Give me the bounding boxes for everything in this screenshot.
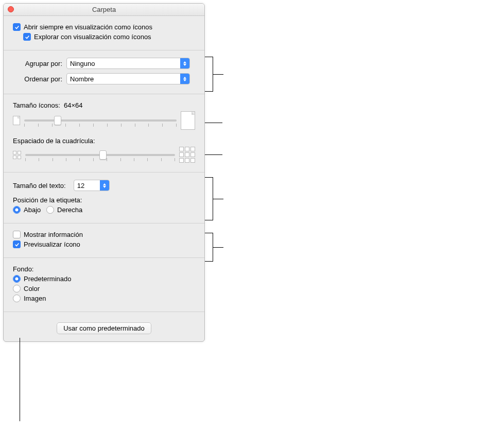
browse-label: Explorar con visualización como íconos (34, 33, 151, 41)
view-options-window: Carpeta Abrir siempre en visualización c… (3, 3, 205, 342)
callout-line (213, 199, 223, 199)
callout-bracket (205, 233, 213, 262)
callout-bracket (205, 177, 213, 220)
browse-checkbox[interactable] (23, 33, 31, 41)
sort-by-select[interactable]: Nombre (66, 73, 190, 84)
icon-size-value: 64×64 (64, 101, 83, 109)
text-size-label: Tamaño del texto: (13, 182, 66, 189)
titlebar: Carpeta (4, 4, 204, 16)
bg-default-radio[interactable] (13, 275, 21, 283)
group-by-label: Agrupar por: (13, 60, 62, 67)
updown-icon (100, 180, 109, 191)
callout-image-line (20, 338, 20, 421)
use-as-default-button[interactable]: Usar como predeterminado (57, 322, 151, 334)
updown-icon (180, 58, 189, 68)
close-icon[interactable] (8, 6, 14, 12)
section-show: Mostrar información Previsualizar ícono (4, 223, 204, 258)
section-sort: Agrupar por: Ninguno Ordenar por: Nombre (4, 50, 204, 94)
grid-small-icon (13, 151, 21, 159)
updown-icon (180, 74, 189, 84)
bg-image-radio[interactable] (13, 295, 21, 302)
preview-icon-label: Previsualizar ícono (24, 240, 80, 248)
page-large-icon (181, 111, 195, 130)
label-position-label: Posición de la etiqueta: (13, 196, 82, 204)
group-by-value: Ninguno (67, 60, 180, 67)
sort-by-value: Nombre (67, 75, 180, 83)
callout-line (213, 247, 223, 248)
grid-spacing-label: Espaciado de la cuadrícula: (13, 137, 95, 145)
footer: Usar como predeterminado (4, 312, 204, 341)
section-icon-size: Tamaño íconos: 64×64 Espaciado de la cua… (4, 94, 204, 173)
callout-line (205, 154, 222, 155)
grid-large-icon (179, 147, 195, 163)
callout-line (213, 74, 223, 75)
show-info-checkbox[interactable] (13, 231, 21, 238)
section-open-options: Abrir siempre en visualización como ícon… (4, 16, 204, 50)
section-background: Fondo: Predeterminado Color Imagen (4, 258, 204, 312)
show-info-label: Mostrar información (24, 231, 83, 238)
label-bottom-text: Abajo (24, 206, 41, 214)
callout-line (205, 123, 222, 123)
icon-size-slider[interactable] (24, 119, 177, 122)
text-size-select[interactable]: 12 (74, 180, 110, 191)
bg-image-label: Imagen (24, 295, 46, 302)
group-by-select[interactable]: Ninguno (66, 58, 190, 69)
always-open-label: Abrir siempre en visualización como ícon… (24, 23, 152, 31)
page-small-icon (13, 116, 20, 125)
always-open-checkbox[interactable] (13, 23, 21, 31)
window-title: Carpeta (92, 6, 116, 13)
label-right-radio[interactable] (46, 206, 54, 214)
label-bottom-radio[interactable] (13, 206, 21, 214)
grid-spacing-slider[interactable] (25, 154, 175, 156)
callout-bracket (205, 57, 213, 92)
text-size-value: 12 (74, 182, 100, 189)
section-text: Tamaño del texto: 12 Posición de la etiq… (4, 173, 204, 223)
background-label: Fondo: (13, 265, 33, 273)
bg-color-label: Color (24, 285, 40, 292)
bg-default-label: Predeterminado (24, 275, 72, 283)
sort-by-label: Ordenar por: (13, 75, 62, 83)
bg-color-radio[interactable] (13, 285, 21, 292)
icon-size-label: Tamaño íconos: (13, 101, 60, 109)
preview-icon-checkbox[interactable] (13, 240, 21, 248)
label-right-text: Derecha (57, 206, 82, 214)
